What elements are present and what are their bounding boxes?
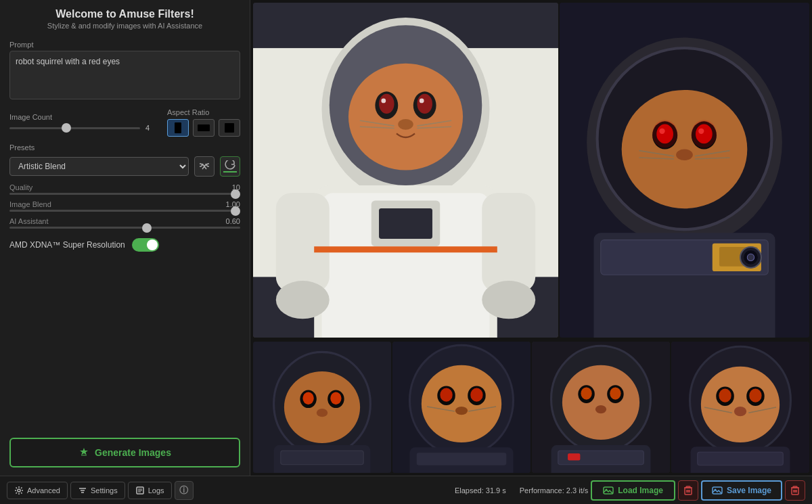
svg-point-83 xyxy=(610,387,621,399)
aspect-landscape-btn[interactable] xyxy=(193,119,215,137)
svg-point-84 xyxy=(595,405,606,413)
generate-label: Generate Images xyxy=(95,447,171,458)
presets-section: Presets Artistic Blend Photorealistic An… xyxy=(9,143,240,177)
advanced-icon xyxy=(14,486,24,495)
aspect-ratio-group: Aspect Ratio xyxy=(167,108,240,137)
app-title: Welcome to Amuse Filters! xyxy=(9,8,240,20)
thumbnail-3[interactable] xyxy=(532,342,670,473)
amd-label: AMD XDNA™ Super Resolution xyxy=(9,240,125,250)
svg-point-72 xyxy=(455,407,468,415)
aspect-square-btn[interactable] xyxy=(219,119,240,137)
info-button[interactable]: ⓘ xyxy=(175,481,194,500)
thumb1-svg xyxy=(253,342,391,473)
svg-point-8 xyxy=(348,64,463,170)
svg-rect-2 xyxy=(225,123,234,133)
amd-toggle[interactable] xyxy=(132,238,159,252)
elapsed-label: Elapsed: xyxy=(455,486,484,495)
advanced-label: Advanced xyxy=(27,486,60,495)
svg-rect-1 xyxy=(198,124,210,131)
svg-point-13 xyxy=(381,99,386,104)
portrait-icon xyxy=(173,122,183,134)
svg-rect-87 xyxy=(568,453,580,460)
svg-point-41 xyxy=(692,120,717,147)
svg-point-95 xyxy=(734,407,746,416)
svg-rect-115 xyxy=(686,486,690,488)
logs-label: Logs xyxy=(148,486,164,495)
advanced-button[interactable]: Advanced xyxy=(7,482,68,499)
delete-loaded-button[interactable] xyxy=(678,480,698,501)
shuffle-btn[interactable] xyxy=(194,156,215,177)
thumbnail-1[interactable] xyxy=(253,342,391,473)
quality-slider-item: Quality 10 xyxy=(9,183,240,195)
square-icon xyxy=(224,122,235,133)
svg-point-27 xyxy=(482,281,535,319)
svg-rect-28 xyxy=(314,246,497,252)
trash2-icon xyxy=(791,486,799,495)
settings-icon xyxy=(78,486,87,495)
image-blend-slider[interactable] xyxy=(9,210,240,212)
aspect-ratio-buttons xyxy=(167,119,240,137)
amd-row: AMD XDNA™ Super Resolution xyxy=(9,238,240,252)
svg-point-15 xyxy=(398,119,413,130)
left-image-svg xyxy=(253,3,558,338)
image-count-slider[interactable] xyxy=(9,127,140,129)
svg-point-71 xyxy=(470,388,482,401)
thumbnail-4[interactable] xyxy=(671,342,809,473)
aspect-portrait-btn[interactable] xyxy=(167,119,189,137)
svg-rect-64 xyxy=(281,451,363,464)
main-image-right[interactable] xyxy=(560,3,809,338)
right-image-svg xyxy=(560,3,809,338)
svg-rect-123 xyxy=(793,486,797,488)
svg-point-26 xyxy=(276,281,330,319)
performance-value: 2.3 it/s xyxy=(566,486,588,495)
preset-select[interactable]: Artistic Blend Photorealistic Anime Styl… xyxy=(9,157,189,176)
controls-row: Image Count 4 Aspect Ratio xyxy=(9,108,240,137)
thumb2-svg xyxy=(392,342,531,473)
performance-label: Performance: xyxy=(520,486,564,495)
thumb4-svg xyxy=(671,342,809,473)
generate-button[interactable]: Generate Images xyxy=(9,438,240,467)
prompt-input[interactable]: robot squirrel with a red eyes xyxy=(9,51,240,99)
delete-saved-button[interactable] xyxy=(785,480,805,501)
main-image-left[interactable] xyxy=(253,3,558,338)
performance-stat: Performance: 2.3 it/s xyxy=(520,486,589,495)
save-image-icon xyxy=(712,485,723,496)
svg-rect-25 xyxy=(482,193,535,292)
app-header: Welcome to Amuse Filters! Stylize & and … xyxy=(9,8,240,34)
svg-point-94 xyxy=(749,388,761,402)
presets-controls: Artistic Blend Photorealistic Anime Styl… xyxy=(9,156,240,177)
elapsed-value: 31.9 s xyxy=(486,486,506,495)
aspect-ratio-label: Aspect Ratio xyxy=(167,108,240,116)
settings-button[interactable]: Settings xyxy=(70,482,125,499)
thumb3-svg xyxy=(532,342,670,473)
elapsed-stat: Elapsed: 31.9 s xyxy=(455,486,506,495)
save-image-button[interactable]: Save Image xyxy=(701,480,782,501)
trash-icon xyxy=(684,486,692,495)
refresh-indicator xyxy=(223,171,237,173)
svg-rect-23 xyxy=(379,208,432,239)
svg-point-79 xyxy=(562,365,639,440)
svg-point-93 xyxy=(719,388,731,402)
load-image-button[interactable]: Load Image xyxy=(591,480,675,501)
image-blend-slider-item: Image Blend 1.00 xyxy=(9,200,240,212)
landscape-icon xyxy=(197,123,210,133)
svg-point-61 xyxy=(330,392,341,405)
thumbnail-2[interactable] xyxy=(392,342,531,473)
settings-label: Settings xyxy=(91,486,118,495)
prompt-section: Prompt robot squirrel with a red eyes xyxy=(9,41,240,101)
svg-point-14 xyxy=(420,99,424,104)
refresh-btn[interactable] xyxy=(220,156,240,177)
ai-assistant-slider-item: AI Assistant 0.60 xyxy=(9,217,240,229)
logs-button[interactable]: Logs xyxy=(128,482,172,499)
load-image-label: Load Image xyxy=(618,486,663,495)
quality-slider[interactable] xyxy=(9,193,240,195)
image-area xyxy=(250,0,812,476)
bottom-toolbar: Advanced Settings Logs ⓘ Elapsed: 31.9 s… xyxy=(0,476,812,504)
ai-assistant-slider[interactable] xyxy=(9,227,240,229)
shuffle-icon xyxy=(199,161,210,172)
svg-rect-76 xyxy=(417,453,507,465)
toolbar-stats: Elapsed: 31.9 s Performance: 2.3 it/s xyxy=(455,486,588,495)
logs-icon xyxy=(135,486,145,495)
svg-point-82 xyxy=(581,387,591,399)
image-count-label: Image Count xyxy=(9,113,156,121)
